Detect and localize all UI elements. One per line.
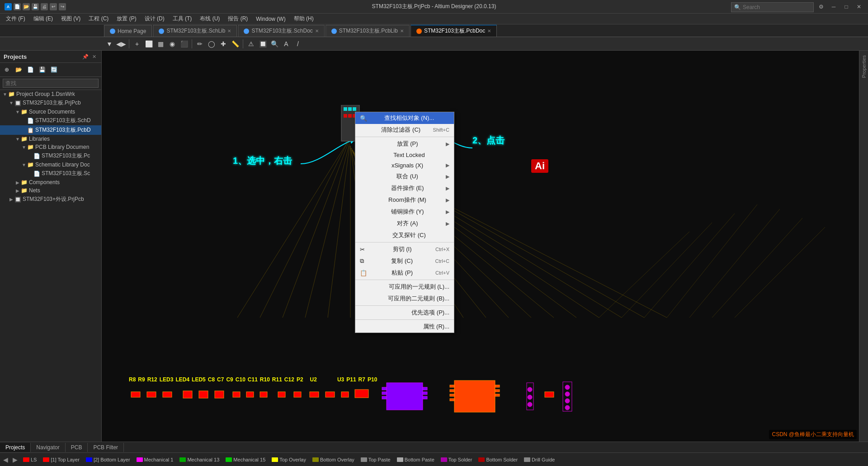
rect-tool[interactable]: ⬜	[143, 38, 154, 49]
menu-route[interactable]: 布线 (U)	[196, 14, 223, 24]
print-icon[interactable]: 🖨	[41, 3, 48, 10]
tab-schlib-close[interactable]: ✕	[227, 29, 231, 33]
menu-design[interactable]: 设计 (D)	[141, 14, 168, 24]
draw-tool[interactable]: ✏	[194, 38, 205, 49]
cross-tool[interactable]: ✚	[218, 38, 229, 49]
zoom-tool[interactable]: 🔍	[269, 38, 280, 49]
layer-top-solder[interactable]: Top Solder	[439, 456, 474, 463]
menu-place[interactable]: 放置 (P)	[113, 14, 140, 24]
redo-icon[interactable]: ↪	[59, 3, 66, 10]
tab-schdoc[interactable]: STM32F103主板.SchDoc ✕	[238, 25, 324, 37]
bar-tool[interactable]: ▦	[155, 38, 166, 49]
sidebar-search-input[interactable]	[3, 79, 99, 88]
layer-mech1[interactable]: Mechanical 1	[135, 456, 175, 463]
tree-item-prjpcb[interactable]: ▼ 🔲 STM32F103主板.PrjPcb	[0, 98, 101, 108]
ctx-cross-probe[interactable]: 交叉探针 (C)	[355, 229, 454, 241]
ctx-copper-ops[interactable]: 铺铜操作 (Y) ▶	[355, 206, 454, 218]
tree-item-pcbd[interactable]: 📋 STM32F103主板.PcbD	[0, 125, 101, 135]
layer-drill-guide[interactable]: Drill Guide	[522, 456, 557, 463]
ctx-text-locked[interactable]: Text Locked	[355, 150, 454, 160]
tree-item-nets[interactable]: ▶ 📁 Nets	[0, 186, 101, 195]
layer-ls[interactable]: LS	[21, 456, 38, 463]
layer-mech15[interactable]: Mechanical 15	[224, 456, 267, 463]
measure-tool[interactable]: 📏	[230, 38, 241, 49]
ctx-binary-rules[interactable]: 可应用的二元规则 (B)...	[355, 293, 454, 304]
layer-bottom-paste[interactable]: Bottom Paste	[395, 456, 436, 463]
tab-pcbdoc[interactable]: STM32F103主板.PcbDoc ✕	[410, 25, 497, 37]
bottom-tab-pcbfilter[interactable]: PCB Filter	[88, 443, 124, 452]
bottom-tab-navigator[interactable]: Navigator	[31, 443, 65, 452]
ctx-clear-filter[interactable]: 清除过滤器 (C) Shift+C	[355, 124, 454, 136]
filter-tool[interactable]: ▼	[104, 38, 115, 49]
undo-icon[interactable]: ↩	[50, 3, 57, 10]
sidebar-open-btn[interactable]: 📂	[13, 64, 24, 75]
menu-view[interactable]: 视图 (V)	[57, 14, 84, 24]
box-tool[interactable]: ⬛	[179, 38, 189, 49]
search-input[interactable]	[743, 4, 811, 10]
add-tool[interactable]: +	[132, 38, 142, 49]
layer-nav-left[interactable]: ◀	[2, 456, 9, 463]
new-icon[interactable]: 📄	[14, 3, 21, 10]
settings-button[interactable]: ⚙	[816, 2, 826, 11]
circle-tool[interactable]: ◯	[206, 38, 217, 49]
tab-pcbdoc-close[interactable]: ✕	[487, 29, 491, 33]
properties-panel-label[interactable]: Properties	[861, 53, 867, 80]
tab-home[interactable]: Home Page	[104, 25, 152, 37]
tab-schdoc-close[interactable]: ✕	[315, 29, 319, 33]
menu-tools[interactable]: 工具 (T)	[169, 14, 196, 24]
tree-item-source-docs[interactable]: ▼ 📁 Source Documents	[0, 108, 101, 116]
minimize-button[interactable]: ─	[829, 2, 838, 11]
ctx-component-ops[interactable]: 器件操作 (E) ▶	[355, 182, 454, 194]
ctx-unary-rules[interactable]: 可应用的一元规则 (L)...	[355, 281, 454, 293]
menu-report[interactable]: 报告 (R)	[224, 14, 251, 24]
layer-bottom-solder[interactable]: Bottom Solder	[476, 456, 519, 463]
select-tool[interactable]: ◀▶	[116, 38, 127, 49]
sidebar-new-btn[interactable]: ⊕	[1, 64, 12, 75]
tree-item-pcblib-file[interactable]: 📄 STM32F103主板.Pc	[0, 151, 101, 161]
bottom-tab-pcb[interactable]: PCB	[66, 443, 88, 452]
menu-project[interactable]: 工程 (C)	[85, 14, 112, 24]
tree-item-prjpcb2[interactable]: ▶ 🔲 STM32F103+外设.PrjPcb	[0, 195, 101, 204]
menu-help[interactable]: 帮助 (H)	[290, 14, 317, 24]
tree-item-libraries[interactable]: ▼ 📁 Libraries	[0, 135, 101, 143]
tab-pcblib-close[interactable]: ✕	[400, 29, 404, 33]
sidebar-save-btn[interactable]: 📄	[25, 64, 36, 75]
canvas-area[interactable]: 1、选中，右击 2、点击	[102, 51, 859, 442]
sidebar-close-btn[interactable]: ✕	[90, 53, 98, 60]
tab-schlib[interactable]: STM32F103主板.SchLib ✕	[153, 25, 237, 37]
ctx-cut[interactable]: ✂ 剪切 (I) Ctrl+X	[355, 243, 454, 255]
text-tool[interactable]: A	[281, 38, 292, 49]
layer-bottom[interactable]: [2] Bottom Layer	[84, 456, 132, 463]
layer-nav-right[interactable]: ▶	[12, 456, 19, 463]
layer-mech13[interactable]: Mechanical 13	[178, 456, 221, 463]
ctx-room-ops[interactable]: Room操作 (M) ▶	[355, 194, 454, 206]
ctx-properties[interactable]: 属性 (R)...	[355, 321, 454, 333]
tree-item-schlib-file[interactable]: 📄 STM32F103主板.Sc	[0, 169, 101, 178]
layer-top-overlay[interactable]: Top Overlay	[270, 456, 308, 463]
menu-window[interactable]: Window (W)	[252, 15, 289, 23]
ctx-align[interactable]: 对齐 (A) ▶	[355, 218, 454, 229]
ctx-union[interactable]: 联合 (U) ▶	[355, 171, 454, 182]
tree-item-pcblib-folder[interactable]: ▼ 📁 PCB Library Documen	[0, 143, 101, 151]
tree-item-project-group[interactable]: ▼ 📁 Project Group 1.DsnWrk	[0, 90, 101, 98]
sidebar-close-all-btn[interactable]: 💾	[37, 64, 47, 75]
close-button[interactable]: ✕	[854, 2, 863, 11]
layer-top[interactable]: [1] Top Layer	[41, 456, 81, 463]
sidebar-refresh-btn[interactable]: 🔄	[48, 64, 59, 75]
maximize-button[interactable]: □	[842, 2, 851, 11]
tab-pcblib[interactable]: STM32F103主板.PcbLib ✕	[326, 25, 410, 37]
ctx-paste[interactable]: 📋 粘贴 (P) Ctrl+V	[355, 267, 454, 279]
ctx-xsignals[interactable]: xSignals (X) ▶	[355, 160, 454, 171]
menu-edit[interactable]: 编辑 (E)	[30, 14, 57, 24]
sidebar-pin-btn[interactable]: 📌	[82, 53, 89, 60]
save-icon[interactable]: 💾	[32, 3, 39, 10]
tree-item-schlib-folder[interactable]: ▼ 📁 Schematic Library Doc	[0, 161, 101, 169]
ctx-find-similar[interactable]: 🔍 查找相似对象 (N)...	[355, 112, 454, 124]
drc-tool[interactable]: ⚠	[245, 38, 256, 49]
menu-file[interactable]: 文件 (F)	[2, 14, 29, 24]
tree-item-schd[interactable]: 📄 STM32F103主板.SchD	[0, 116, 101, 125]
open-icon[interactable]: 📂	[23, 3, 30, 10]
layer-bottom-overlay[interactable]: Bottom Overlay	[311, 456, 356, 463]
ctx-preferences[interactable]: 优先选项 (P)...	[355, 307, 454, 319]
line-tool[interactable]: /	[292, 38, 303, 49]
